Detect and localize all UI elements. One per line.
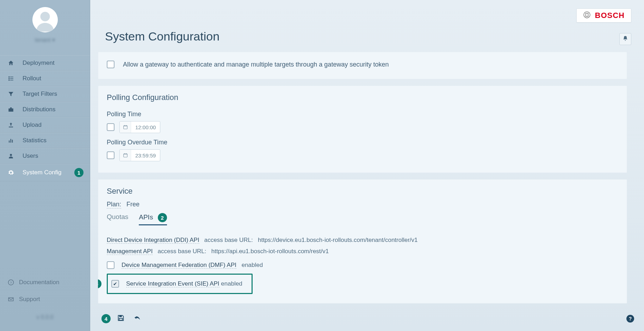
support-label: Support — [19, 296, 40, 303]
polling-heading: Polling Configuration — [107, 93, 618, 102]
main: BOSCH System Configuration Allow a gatew… — [90, 0, 644, 331]
bell-icon — [623, 36, 628, 43]
tenant-name[interactable]: tenant — [0, 37, 90, 43]
avatar — [32, 7, 58, 32]
filter-icon — [8, 91, 16, 97]
svg-rect-9 — [10, 107, 12, 108]
user-icon — [8, 153, 16, 159]
content-scroll[interactable]: Allow a gateway to authenticate and mana… — [98, 52, 634, 305]
brand-name: BOSCH — [595, 11, 625, 20]
sidebar-item-deployment[interactable]: Deployment — [0, 55, 90, 71]
sidebar-item-upload[interactable]: Upload — [0, 117, 90, 133]
sie-row-highlight: 3 Service Integration Event (SIE) API en… — [107, 274, 253, 294]
svg-rect-20 — [123, 126, 127, 127]
dmf-checkbox[interactable] — [107, 261, 114, 269]
polling-overdue-checkbox[interactable] — [107, 151, 114, 159]
gateway-auth-label: Allow a gateway to authenticate and mana… — [123, 61, 389, 68]
mgmt-row: Management API access base URL: https://… — [107, 246, 618, 257]
svg-rect-8 — [8, 108, 13, 112]
ddi-name[interactable]: Direct Device Integration (DDI) API — [107, 237, 199, 244]
step-badge-4: 4 — [101, 314, 111, 323]
sidebar-item-label: Rollout — [23, 75, 41, 82]
ddi-url-label: access base URL: — [204, 237, 253, 243]
svg-rect-3 — [10, 77, 13, 77]
gateway-panel: Allow a gateway to authenticate and mana… — [98, 52, 627, 79]
tab-quotas[interactable]: Quotas — [107, 213, 128, 225]
plan-label: Plan: — [107, 201, 121, 208]
svg-rect-28 — [119, 318, 122, 320]
polling-overdue-input[interactable]: 23:59:59 — [119, 149, 160, 161]
svg-rect-24 — [123, 154, 127, 155]
version-text: v 0.0.0 — [8, 314, 82, 320]
svg-rect-5 — [10, 78, 13, 79]
sidebar-item-target-filters[interactable]: Target Filters — [0, 86, 90, 102]
svg-rect-22 — [126, 125, 126, 126]
svg-rect-2 — [8, 76, 10, 77]
plan-value: Free — [126, 201, 140, 208]
gear-icon — [8, 169, 16, 176]
undo-button[interactable] — [131, 313, 143, 325]
polling-time-input[interactable]: 12:00:00 — [119, 121, 160, 133]
calendar-icon — [120, 121, 131, 133]
sidebar-item-label: Statistics — [23, 137, 47, 144]
svg-text:?: ? — [10, 281, 12, 285]
dmf-status: enabled — [242, 262, 263, 268]
polling-overdue-value: 23:59:59 — [131, 152, 160, 158]
polling-time-label: Polling Time — [107, 111, 141, 118]
footer-bar: 4 ? — [90, 308, 644, 331]
sidebar-item-statistics[interactable]: Statistics — [0, 133, 90, 148]
sidebar-bottom: ? Documentation Support v 0.0.0 — [0, 269, 90, 331]
gateway-auth-checkbox[interactable] — [107, 61, 114, 68]
sie-checkbox[interactable] — [111, 280, 119, 288]
svg-rect-26 — [126, 153, 126, 154]
documentation-label: Documentation — [19, 279, 59, 286]
list-icon — [8, 75, 16, 82]
help-icon: ? — [8, 279, 14, 286]
ddi-url: https://device.eu1.bosch-iot-rollouts.co… — [258, 237, 418, 243]
bars-icon — [8, 137, 16, 144]
sidebar-item-label: Target Filters — [23, 90, 57, 98]
sidebar-item-distributions[interactable]: Distributions — [0, 102, 90, 117]
svg-rect-6 — [8, 80, 10, 81]
notifications-button[interactable] — [619, 33, 631, 45]
documentation-link[interactable]: ? Documentation — [8, 274, 82, 291]
sidebar-item-label: Users — [23, 152, 38, 160]
sidebar-item-label: System Config — [23, 169, 62, 176]
profile-area[interactable]: tenant — [0, 7, 90, 47]
brand-card: BOSCH — [576, 8, 631, 23]
polling-time-checkbox[interactable] — [107, 123, 114, 131]
svg-rect-27 — [119, 316, 122, 317]
tab-apis-label: APIs — [139, 213, 153, 221]
service-heading: Service — [107, 187, 618, 196]
support-link[interactable]: Support — [8, 291, 82, 308]
plan-row: Plan: Free — [107, 201, 618, 208]
sie-status: enabled — [221, 280, 242, 287]
dmf-row: Device Management Federation (DMF) API e… — [107, 260, 618, 271]
sie-name[interactable]: Service Integration Event (SIE) API — [126, 280, 219, 287]
dmf-name[interactable]: Device Management Federation (DMF) API — [122, 262, 236, 269]
svg-rect-4 — [8, 78, 10, 79]
step-badge-1: 1 — [74, 168, 83, 177]
sidebar-item-label: Distributions — [23, 106, 56, 113]
save-icon — [117, 317, 125, 323]
nav-list: Deployment Rollout Target Filters Distri… — [0, 55, 90, 181]
step-badge-3: 3 — [98, 279, 101, 288]
sidebar: tenant Deployment Rollout Target Filters… — [0, 0, 90, 331]
mgmt-url: https://api.eu1.bosch-iot-rollouts.com/r… — [211, 248, 329, 255]
bosch-ring-icon — [583, 11, 591, 20]
sidebar-item-system-config[interactable]: System Config 1 — [0, 164, 90, 181]
home-icon — [8, 60, 16, 66]
step-badge-2: 2 — [158, 213, 167, 222]
save-button[interactable] — [115, 313, 127, 325]
sidebar-item-label: Deployment — [23, 60, 55, 67]
mgmt-name[interactable]: Management API — [107, 248, 153, 255]
sidebar-item-users[interactable]: Users — [0, 148, 90, 164]
help-button[interactable]: ? — [626, 315, 634, 323]
tab-apis[interactable]: APIs 2 — [139, 213, 167, 225]
polling-overdue-label: Polling Overdue Time — [107, 139, 167, 146]
calendar-icon — [120, 150, 131, 161]
svg-rect-11 — [9, 140, 10, 143]
sidebar-item-label: Upload — [23, 121, 42, 129]
sidebar-item-rollout[interactable]: Rollout — [0, 71, 90, 86]
svg-rect-7 — [10, 80, 13, 81]
